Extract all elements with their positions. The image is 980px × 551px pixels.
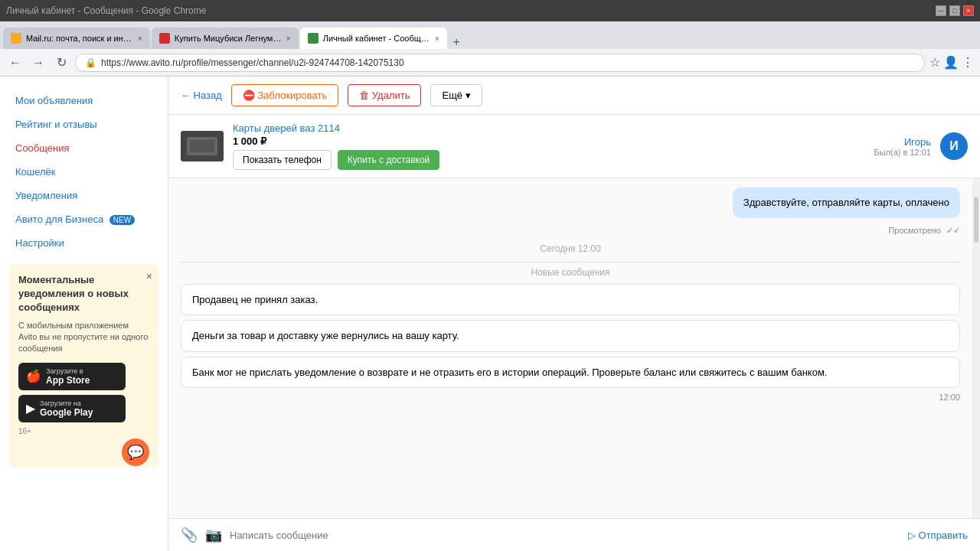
delete-button[interactable]: 🗑 Удалить [348,84,421,106]
tab-label-cars: Купить Мицубиси Легнум в Кра... [175,34,282,43]
refresh-button[interactable]: ↻ [52,54,70,72]
tab-avito[interactable]: Личный кабинет - Сообщения × [300,28,447,49]
minimize-button[interactable]: ─ [936,5,946,16]
contact-name: Игорь [874,136,931,148]
chat-scrollbar[interactable] [972,178,980,518]
new-messages-divider: Новые сообщения [181,262,960,278]
listing-title[interactable]: Карты дверей ваз 2114 [233,122,865,134]
nav-bar: ← → ↻ 🔒 https://www.avito.ru/profile/mes… [0,49,980,77]
appstore-label: App Store [46,375,90,386]
listing-info: Карты дверей ваз 2114 1 000 ₽ Показать т… [233,122,865,170]
sidebar-item-settings[interactable]: Настройки [0,231,168,255]
contact-status: Был(а) в 12:01 [874,148,931,157]
toolbar: ← Назад ⛔ Заблокировать 🗑 Удалить Ещё ▾ [168,77,980,115]
googleplay-button[interactable]: ▶ Загрузите на Google Play [18,395,126,422]
system-message-3: Банк мог не прислать уведомление о возвр… [181,357,960,389]
promo-rating: 16+ [18,427,149,435]
tab-label-avito: Личный кабинет - Сообщения [323,34,430,43]
tab-favicon-mail [11,33,21,44]
address-bar[interactable]: 🔒 https://www.avito.ru/profile/messenger… [75,54,925,72]
attach-button[interactable]: 📎 [181,527,198,543]
apple-icon: 🍎 [26,369,41,383]
input-area: 📎 📷 ▷ Отправить [168,518,980,551]
system-message-1: Продавец не принял заказ. [181,284,960,316]
back-button[interactable]: ← [6,54,24,72]
googleplay-label: Google Play [40,407,93,418]
contact-info: Игорь Был(а) в 12:01 [874,136,931,157]
buy-with-delivery-button[interactable]: Купить с доставкой [338,150,439,170]
sidebar-item-ratings[interactable]: Рейтинг и отзывы [0,112,168,136]
tab-mail[interactable]: Mail.ru: почта, поиск и интерне... × [3,28,150,49]
system-message-2: Деньги за товар и доставку уже вернулись… [181,320,960,352]
tab-close-cars[interactable]: × [286,34,291,43]
tab-favicon-avito [308,33,318,44]
svg-rect-2 [190,140,214,152]
send-button[interactable]: ▷ Отправить [908,530,968,541]
chat-header: Карты дверей ваз 2114 1 000 ₽ Показать т… [168,115,980,178]
googleplay-small-label: Загрузите на [40,399,93,407]
seen-icon: ✓✓ [946,226,960,235]
tab-close-avito[interactable]: × [435,34,439,43]
more-button[interactable]: Ещё ▾ [430,84,482,106]
promo-description: С мобильным приложением Avito вы не проп… [18,320,149,355]
sidebar-item-notifications[interactable]: Уведомления [0,184,168,207]
promo-close-button[interactable]: × [146,270,152,282]
chat-bubble-icon: 💬 [122,439,149,466]
sent-message-1: Здравствуйте, отправляйте карты, оплачен… [733,187,960,218]
promo-block: × Моментальные уведомления о новых сообщ… [9,264,158,468]
tab-favicon-cars [159,33,170,44]
sidebar-item-wallet[interactable]: Кошелёк [0,160,168,184]
maximize-button[interactable]: □ [949,5,960,16]
messages-area[interactable]: Здравствуйте, отправляйте карты, оплачен… [168,178,972,518]
new-badge: NEW [109,215,135,225]
close-button[interactable]: × [963,5,974,16]
tab-close-mail[interactable]: × [138,34,142,43]
back-link[interactable]: ← Назад [181,90,222,101]
address-text: https://www.avito.ru/profile/messenger/c… [101,57,404,68]
scrollbar-thumb [974,197,978,243]
avatar: И [940,132,968,160]
block-button[interactable]: ⛔ Заблокировать [231,84,338,106]
promo-title: Моментальные уведомления о новых сообщен… [18,273,149,315]
sidebar-item-business[interactable]: Авито для Бизнеса NEW [0,207,168,231]
google-play-icon: ▶ [26,401,35,416]
main-content: ← Назад ⛔ Заблокировать 🗑 Удалить Ещё ▾ … [168,77,980,551]
menu-button[interactable]: ⋮ [962,55,974,70]
sidebar: Мои объявления Рейтинг и отзывы Сообщени… [0,77,168,551]
account-button[interactable]: 👤 [943,55,959,70]
tab-label-mail: Mail.ru: почта, поиск и интерне... [26,34,133,43]
new-tab-button[interactable]: + [449,35,465,49]
message-input[interactable] [230,530,900,541]
tabs-bar: Mail.ru: почта, поиск и интерне... × Куп… [0,21,980,49]
system-message-time: 12:00 [181,393,960,402]
appstore-button[interactable]: 🍎 Загрузите в App Store [18,363,126,390]
date-divider: Сегодня 12:00 [181,243,960,254]
message-seen-status: Просмотрено ✓✓ [888,226,960,236]
listing-thumbnail [181,131,224,161]
appstore-small-label: Загрузите в [46,367,90,375]
lock-icon: 🔒 [85,57,96,68]
star-button[interactable]: ☆ [929,55,940,70]
show-phone-button[interactable]: Показать телефон [233,150,332,170]
forward-button[interactable]: → [29,54,47,72]
sidebar-item-messages[interactable]: Сообщения [0,136,168,160]
listing-price: 1 000 ₽ [233,135,865,147]
sidebar-item-my-listings[interactable]: Мои объявления [0,89,168,112]
tab-cars[interactable]: Купить Мицубиси Легнум в Кра... × [152,28,299,49]
camera-button[interactable]: 📷 [205,527,222,543]
